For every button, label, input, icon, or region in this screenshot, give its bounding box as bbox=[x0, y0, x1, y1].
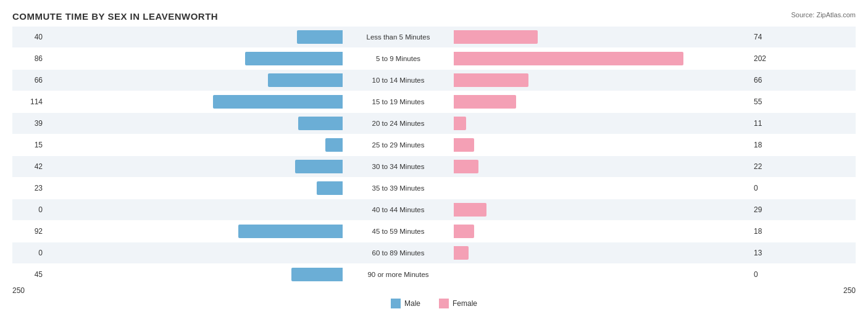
left-bar-area bbox=[46, 95, 343, 109]
bar-female bbox=[454, 138, 474, 152]
legend-female-box bbox=[439, 299, 449, 308]
right-bar-area bbox=[454, 73, 750, 87]
bars-area: 40 Less than 5 Minutes 74 86 5 to 9 Minu… bbox=[12, 27, 856, 285]
row-label: 5 to 9 Minutes bbox=[343, 55, 454, 62]
table-row: 114 15 to 19 Minutes 55 bbox=[12, 91, 856, 112]
bar-female bbox=[454, 30, 538, 44]
right-bar-area bbox=[454, 138, 750, 152]
right-bar-area bbox=[454, 246, 750, 260]
legend-male-box bbox=[391, 299, 401, 308]
axis-labels: 250 250 bbox=[12, 286, 856, 295]
bar-female bbox=[454, 117, 466, 130]
row-label: 15 to 19 Minutes bbox=[343, 98, 454, 105]
row-label: 30 to 34 Minutes bbox=[343, 163, 454, 170]
right-bar-area bbox=[454, 268, 750, 281]
left-bar-area bbox=[46, 268, 343, 281]
bar-female bbox=[454, 160, 478, 173]
table-row: 42 30 to 34 Minutes 22 bbox=[12, 156, 856, 177]
left-bar-area bbox=[46, 160, 343, 173]
table-row: 92 45 to 59 Minutes 18 bbox=[12, 221, 856, 242]
table-row: 15 25 to 29 Minutes 18 bbox=[12, 134, 856, 155]
bar-male bbox=[298, 117, 343, 130]
table-row: 39 20 to 24 Minutes 11 bbox=[12, 113, 856, 134]
chart-container: COMMUTE TIME BY SEX IN LEAVENWORTH Sourc… bbox=[0, 0, 868, 322]
row-label: 45 to 59 Minutes bbox=[343, 228, 454, 235]
bar-male bbox=[295, 160, 343, 173]
right-bar-area bbox=[454, 52, 750, 65]
right-bar-area bbox=[454, 181, 750, 195]
row-label: Less than 5 Minutes bbox=[343, 33, 454, 41]
bar-male bbox=[238, 225, 343, 238]
left-bar-area bbox=[46, 246, 343, 260]
chart-title: COMMUTE TIME BY SEX IN LEAVENWORTH bbox=[12, 11, 856, 22]
bar-female bbox=[454, 52, 683, 65]
row-label: 40 to 44 Minutes bbox=[343, 206, 454, 213]
bar-male bbox=[297, 30, 343, 44]
bar-male bbox=[317, 181, 343, 195]
right-bar-area bbox=[454, 30, 750, 44]
right-bar-area bbox=[454, 203, 750, 217]
left-bar-area bbox=[46, 30, 343, 44]
left-bar-area bbox=[46, 73, 343, 87]
right-bar-area bbox=[454, 160, 750, 173]
row-label: 35 to 39 Minutes bbox=[343, 184, 454, 192]
male-value: 66 bbox=[12, 76, 46, 85]
row-label: 25 to 29 Minutes bbox=[343, 141, 454, 149]
female-value: 66 bbox=[750, 76, 784, 85]
female-value: 18 bbox=[750, 227, 784, 236]
female-value: 0 bbox=[750, 270, 784, 279]
bar-female bbox=[454, 246, 469, 260]
left-bar-area bbox=[46, 117, 343, 130]
table-row: 40 Less than 5 Minutes 74 bbox=[12, 27, 856, 47]
table-row: 23 35 to 39 Minutes 0 bbox=[12, 178, 856, 199]
left-bar-area bbox=[46, 181, 343, 195]
legend-female-label: Female bbox=[453, 299, 477, 308]
legend-male-label: Male bbox=[404, 299, 420, 308]
bar-male bbox=[268, 73, 343, 87]
male-value: 92 bbox=[12, 227, 46, 236]
bar-male bbox=[245, 52, 343, 65]
female-value: 22 bbox=[750, 162, 784, 171]
bar-female bbox=[454, 203, 486, 217]
source-label: Source: ZipAtlas.com bbox=[791, 11, 856, 19]
bar-female bbox=[454, 73, 528, 87]
male-value: 40 bbox=[12, 33, 46, 41]
bottom-area: 250 250 Male Female bbox=[12, 286, 856, 308]
legend-male: Male bbox=[391, 299, 420, 308]
left-bar-area bbox=[46, 225, 343, 238]
bar-male bbox=[213, 95, 343, 109]
row-label: 20 to 24 Minutes bbox=[343, 120, 454, 127]
bar-male bbox=[325, 138, 343, 152]
table-row: 45 90 or more Minutes 0 bbox=[12, 264, 856, 285]
male-value: 0 bbox=[12, 249, 46, 257]
bar-female bbox=[454, 95, 516, 109]
bar-male bbox=[291, 268, 343, 281]
female-value: 13 bbox=[750, 249, 784, 257]
right-bar-area bbox=[454, 117, 750, 130]
male-value: 39 bbox=[12, 119, 46, 128]
left-bar-area bbox=[46, 138, 343, 152]
female-value: 0 bbox=[750, 184, 784, 192]
row-label: 10 to 14 Minutes bbox=[343, 76, 454, 84]
legend: Male Female bbox=[12, 299, 856, 308]
male-value: 42 bbox=[12, 162, 46, 171]
left-bar-area bbox=[46, 203, 343, 217]
female-value: 202 bbox=[750, 54, 784, 63]
male-value: 0 bbox=[12, 205, 46, 214]
female-value: 29 bbox=[750, 205, 784, 214]
left-bar-area bbox=[46, 52, 343, 65]
female-value: 74 bbox=[750, 33, 784, 41]
bar-female bbox=[454, 225, 474, 238]
axis-left: 250 bbox=[12, 286, 25, 295]
female-value: 11 bbox=[750, 119, 784, 128]
table-row: 0 40 to 44 Minutes 29 bbox=[12, 199, 856, 220]
table-row: 86 5 to 9 Minutes 202 bbox=[12, 48, 856, 69]
axis-right: 250 bbox=[843, 286, 856, 295]
right-bar-area bbox=[454, 225, 750, 238]
male-value: 23 bbox=[12, 184, 46, 192]
row-label: 90 or more Minutes bbox=[343, 271, 454, 278]
legend-female: Female bbox=[439, 299, 477, 308]
male-value: 114 bbox=[12, 97, 46, 106]
female-value: 18 bbox=[750, 141, 784, 149]
table-row: 66 10 to 14 Minutes 66 bbox=[12, 70, 856, 91]
